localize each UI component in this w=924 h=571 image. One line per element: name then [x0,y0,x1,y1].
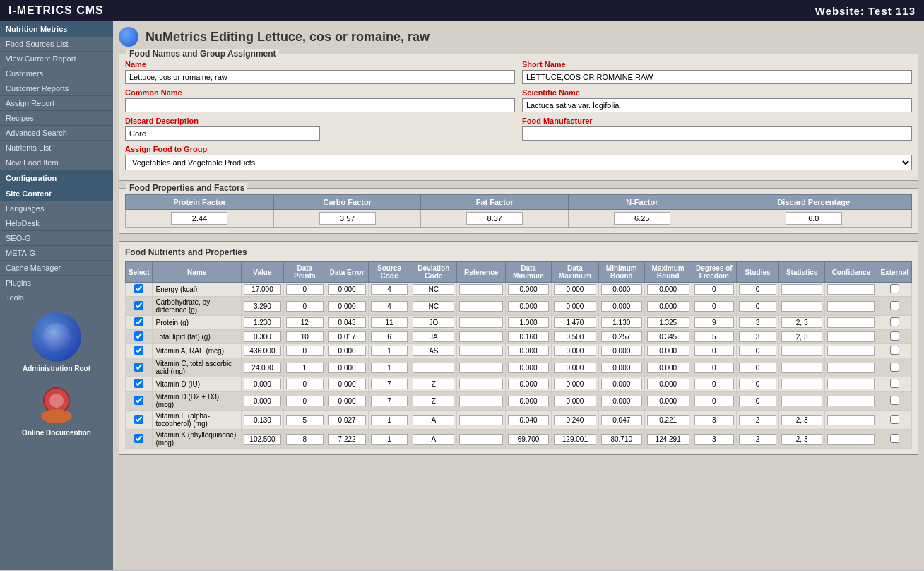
row-external-checkbox[interactable] [890,301,899,310]
short-name-input[interactable] [522,70,912,84]
row-checkbox[interactable] [134,396,143,405]
row-field-data_max[interactable] [554,301,596,312]
sidebar-item-food-sources[interactable]: Food Sources List [0,37,113,52]
row-field-value[interactable] [244,301,281,312]
sidebar-section-site-content[interactable]: Site Content [0,186,113,201]
row-field-reference[interactable] [459,415,503,425]
row-field-value[interactable] [244,396,281,406]
row-field-data_error[interactable] [328,301,366,312]
row-field-max_bound[interactable] [647,363,689,373]
row-field-studies[interactable] [739,415,776,425]
row-field-value[interactable] [244,346,281,356]
row-field-data_max[interactable] [554,317,596,328]
row-field-data_error[interactable] [328,331,366,342]
name-input[interactable] [125,70,515,84]
row-field-data_max[interactable] [554,284,596,295]
props-value-input[interactable] [786,212,842,225]
row-field-confidence[interactable] [827,301,875,312]
row-field-dof[interactable] [694,301,735,312]
row-field-data_max[interactable] [554,346,596,356]
row-field-data_max[interactable] [554,434,596,445]
row-external-checkbox[interactable] [890,396,899,405]
row-checkbox[interactable] [134,434,143,443]
row-field-statistics[interactable] [781,331,822,342]
row-field-deviation_code[interactable] [413,379,454,389]
sidebar-item-helpdesk[interactable]: HelpDesk [0,216,113,231]
row-field-reference[interactable] [459,379,503,389]
assign-group-select[interactable]: Vegetables and Vegetable Products [125,155,912,170]
row-external-checkbox[interactable] [890,415,899,424]
sidebar-item-cache[interactable]: Cache Manager [0,261,113,276]
row-external-checkbox[interactable] [890,379,899,388]
row-field-max_bound[interactable] [647,434,689,445]
row-field-reference[interactable] [459,396,503,406]
row-checkbox[interactable] [134,301,143,310]
row-field-min_bound[interactable] [601,396,642,406]
row-field-source_code[interactable] [371,284,408,295]
row-field-data_error[interactable] [328,415,366,425]
row-field-studies[interactable] [739,317,776,328]
row-external-checkbox[interactable] [890,284,899,293]
row-external-checkbox[interactable] [890,363,899,372]
row-field-data_max[interactable] [554,415,596,425]
row-field-dof[interactable] [694,317,735,328]
row-field-reference[interactable] [459,434,503,445]
row-field-dof[interactable] [694,284,735,295]
row-field-source_code[interactable] [371,396,408,406]
sidebar-item-nutrients-list[interactable]: Nutrients List [0,141,113,155]
row-field-reference[interactable] [459,284,503,295]
row-field-data_error[interactable] [328,284,366,295]
row-field-confidence[interactable] [827,379,875,389]
row-field-statistics[interactable] [781,415,822,425]
row-field-data_points[interactable] [286,363,324,373]
row-field-dof[interactable] [694,415,735,425]
row-field-data_points[interactable] [286,346,324,356]
row-field-statistics[interactable] [781,363,822,373]
row-field-data_min[interactable] [508,415,549,425]
sidebar-item-meta[interactable]: META-G [0,246,113,261]
row-field-data_min[interactable] [508,317,549,328]
row-field-source_code[interactable] [371,434,408,445]
sidebar-item-customer-reports[interactable]: Customer Reports [0,81,113,96]
row-field-data_min[interactable] [508,301,549,312]
sidebar-item-advanced-search[interactable]: Advanced Search [0,126,113,141]
row-checkbox[interactable] [134,284,143,293]
row-field-min_bound[interactable] [601,379,642,389]
row-field-studies[interactable] [739,346,776,356]
row-field-min_bound[interactable] [601,346,642,356]
row-field-min_bound[interactable] [601,415,642,425]
sidebar-item-assign-report[interactable]: Assign Report [0,96,113,111]
sidebar-item-recipes[interactable]: Recipes [0,111,113,126]
row-field-data_min[interactable] [508,379,549,389]
row-field-studies[interactable] [739,284,776,295]
sidebar-item-seo[interactable]: SEO-G [0,231,113,246]
row-field-statistics[interactable] [781,317,822,328]
row-field-max_bound[interactable] [647,346,689,356]
row-field-data_min[interactable] [508,434,549,445]
row-external-checkbox[interactable] [890,331,899,341]
row-field-dof[interactable] [694,363,735,373]
sidebar-item-plugins[interactable]: Plugins [0,276,113,290]
row-field-source_code[interactable] [371,331,408,342]
row-field-value[interactable] [244,415,281,425]
row-field-data_min[interactable] [508,363,549,373]
row-field-data_points[interactable] [286,284,324,295]
row-field-deviation_code[interactable] [413,284,454,295]
row-field-source_code[interactable] [371,301,408,312]
row-field-confidence[interactable] [827,284,875,295]
row-field-studies[interactable] [739,331,776,342]
row-field-reference[interactable] [459,317,503,328]
row-field-data_error[interactable] [328,379,366,389]
sidebar-section-config[interactable]: Configuration [0,170,113,186]
row-field-statistics[interactable] [781,434,822,445]
row-field-reference[interactable] [459,346,503,356]
row-field-data_min[interactable] [508,284,549,295]
sidebar-item-tools[interactable]: Tools [0,290,113,305]
row-field-deviation_code[interactable] [413,301,454,312]
row-field-studies[interactable] [739,396,776,406]
props-value-input[interactable] [171,212,227,225]
row-field-studies[interactable] [739,363,776,373]
row-field-data_points[interactable] [286,396,324,406]
row-field-data_points[interactable] [286,317,324,328]
row-field-min_bound[interactable] [601,317,642,328]
